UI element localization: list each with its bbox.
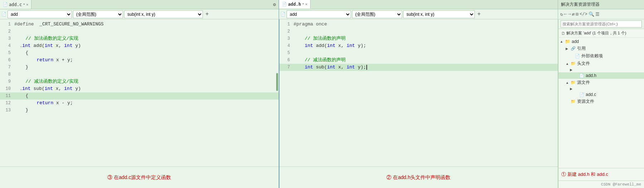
panel-tool-refresh[interactable]: ↻ [560, 11, 563, 17]
right-code-area[interactable]: 1 #pragma once 2 3 // 加法函数的声明 4 int add [279, 19, 558, 167]
panel-tool-menu[interactable]: ☰ [595, 11, 600, 17]
panel-annotation-area: ① 新建 add.h 和 add.c [558, 168, 644, 180]
line-content-6: return x + y; [14, 57, 279, 64]
panel-tool-forward[interactable]: → [568, 11, 571, 17]
right-annotation-area: ② 在add.h头文件中声明函数 [279, 167, 558, 188]
line-content-5: { [14, 49, 279, 57]
tree-item-headers[interactable]: ▲ 📁 头文件 [558, 60, 644, 67]
solution-file-icon: 🗋 [561, 31, 565, 35]
right-code-line-7: 7 int sub(int x, int y); [279, 64, 558, 71]
code-line-10: 10 ⌄int sub(int x, int y) [0, 85, 279, 92]
left-tab-close[interactable]: ✕ [26, 3, 28, 7]
code-line-1: 1 #define _CRT_SECURE_NO_WARNINGS [0, 21, 279, 28]
right-line-number-2: 2 [279, 28, 294, 35]
tree-area[interactable]: ▲ 📁 add ▶ 🔗 引用 📄 外部依赖项 [558, 38, 644, 168]
panel-tool-sync[interactable]: ⇄ [572, 11, 575, 17]
left-code-area[interactable]: 1 #define _CRT_SECURE_NO_WARNINGS 2 3 //… [0, 19, 279, 167]
tree-item-refs[interactable]: ▶ 🔗 引用 [558, 45, 644, 52]
tree-arrow-sources-sub[interactable]: ▶ [570, 87, 574, 91]
tree-arrow-refs[interactable]: ▶ [566, 47, 570, 50]
panel-tool-code[interactable]: </> [580, 12, 587, 17]
tree-label-addc: add.c [586, 92, 596, 97]
tree-icon-addh: 📄 [579, 73, 584, 78]
solution-label-text: 解决方案 'add' (1 个项目，共 1 个) [566, 30, 626, 36]
line-number-5: 5 [0, 49, 14, 57]
left-scroll-indicator[interactable] [276, 73, 278, 91]
right-code-line-4: 4 int add(int x, int y); [279, 42, 558, 49]
code-line-12: 12 return x - y; [0, 100, 279, 107]
right-code-line-5: 5 [279, 49, 558, 57]
line-number-2: 2 [0, 28, 14, 35]
right-line-content-3: // 加法函数的声明 [294, 35, 558, 42]
right-code-line-3: 3 // 加法函数的声明 [279, 35, 558, 42]
tree-arrow-headers[interactable]: ▲ [566, 62, 570, 66]
tree-label-external: 外部依赖项 [581, 53, 603, 59]
left-toolbar-scope-select[interactable]: (全局范围) [73, 10, 123, 18]
tree-item-addh[interactable]: 📄 add.h [558, 72, 644, 79]
tree-item-sources[interactable]: ▲ 📁 源文件 [558, 79, 644, 86]
panel-annotation-text: ① 新建 add.h 和 add.c [561, 171, 608, 178]
right-tab-close[interactable]: ✕ [305, 2, 307, 6]
tree-icon-addc: 📄 [579, 92, 584, 97]
right-line-content-2 [294, 28, 558, 35]
right-line-number-4: 4 [279, 42, 294, 49]
line-content-1: #define _CRT_SECURE_NO_WARNINGS [14, 21, 279, 28]
panel-tool-back[interactable]: ← [564, 11, 567, 17]
tree-icon-add: 📁 [565, 39, 570, 44]
right-toolbar-file-icon: 📄 [280, 12, 286, 16]
code-line-9: 9 // 减法函数的定义/实现 [0, 78, 279, 85]
right-line-content-4: int add(int x, int y); [294, 42, 558, 49]
right-toolbar-file-select[interactable]: add [287, 10, 351, 18]
left-tab-label: add.c [9, 2, 22, 7]
right-toolbar-scope-select[interactable]: (全局范围) [352, 10, 402, 18]
tree-item-sources-sub[interactable]: ▶ [558, 86, 644, 91]
code-line-4: 4 ⌄int add(int x, int y) [0, 42, 279, 49]
right-toolbar-func-select[interactable]: sub(int x, int y) [403, 10, 475, 18]
right-code-line-1: 1 #pragma once [279, 21, 558, 28]
panel-footer-text: CSDN @Farewell_me [601, 182, 641, 187]
code-line-7: 7 } [0, 64, 279, 71]
right-tab-icon: 📄 [282, 2, 287, 6]
line-content-7: } [14, 64, 279, 71]
line-content-4: ⌄int add(int x, int y) [14, 42, 279, 49]
code-line-2: 2 [0, 28, 279, 35]
solution-label: 🗋 解决方案 'add' (1 个项目，共 1 个) [558, 29, 644, 38]
panel-tool-search[interactable]: 🔍 [589, 11, 594, 17]
left-toolbar-plus[interactable]: + [204, 11, 210, 18]
tree-arrow-headers-sub[interactable]: ▶ [570, 68, 574, 72]
tree-item-external[interactable]: 📄 外部依赖项 [558, 52, 644, 60]
right-toolbar-plus[interactable]: + [476, 11, 482, 18]
line-content-3: // 加法函数的定义/实现 [14, 35, 279, 42]
tree-icon-refs: 🔗 [571, 46, 576, 51]
tree-arrow-sources[interactable]: ▲ [566, 81, 570, 85]
tree-label-resources: 资源文件 [577, 98, 594, 105]
tree-item-add[interactable]: ▲ 📁 add [558, 38, 644, 45]
tree-item-resources[interactable]: 📁 资源文件 [558, 98, 644, 105]
left-tab-settings[interactable]: ⚙ [270, 2, 279, 8]
line-number-8: 8 [0, 71, 14, 78]
tree-label-headers: 头文件 [577, 61, 590, 67]
line-content-2 [14, 28, 279, 35]
tree-arrow-add[interactable]: ▲ [560, 40, 564, 43]
right-tab-addh[interactable]: 📄 add.h • ✕ [279, 0, 311, 9]
code-line-6: 6 return x + y; [0, 57, 279, 64]
line-number-1: 1 [0, 21, 14, 28]
right-line-number-3: 3 [279, 35, 294, 42]
tree-icon-sources: 📁 [571, 80, 576, 85]
tree-label-add: add [572, 39, 579, 44]
tree-item-headers-sub[interactable]: ▶ [558, 67, 644, 72]
panel-search-input[interactable] [561, 20, 642, 28]
left-toolbar-func-select[interactable]: sub(int x, int y) [124, 10, 203, 18]
left-toolbar-file-select[interactable]: add [8, 10, 72, 18]
left-annotation-text: ③ 在add.c源文件中定义函数 [107, 174, 171, 181]
panel-tool-collapse[interactable]: ⊟ [576, 11, 579, 17]
line-content-11: { [14, 92, 279, 100]
code-line-8: 8 [0, 71, 279, 78]
tree-icon-headers: 📁 [571, 61, 576, 66]
right-line-content-1: #pragma once [294, 21, 558, 28]
code-line-11: 11 { [0, 92, 279, 100]
panel-footer: CSDN @Farewell_me [558, 180, 644, 188]
tree-item-addc[interactable]: 📄 add.c [558, 91, 644, 98]
left-tab-addc[interactable]: 📄 add.c • ✕ [0, 0, 31, 9]
left-tab-dot: • [23, 3, 25, 6]
